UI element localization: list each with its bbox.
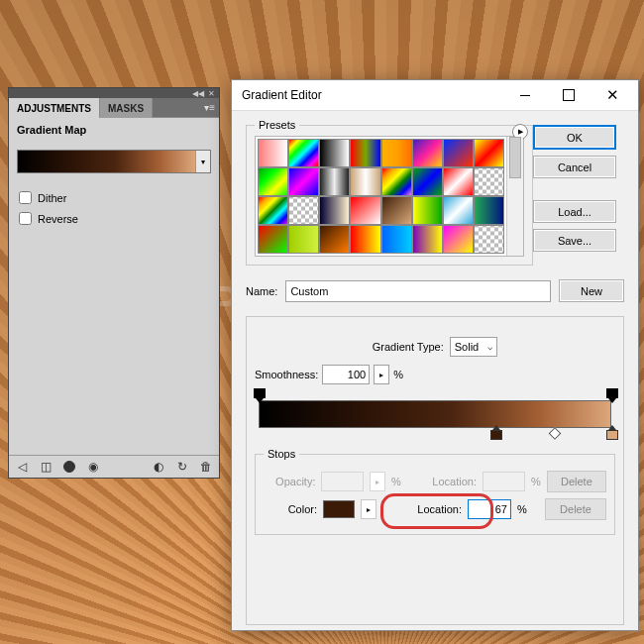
presets-scrollbar[interactable] bbox=[506, 137, 523, 256]
dither-input[interactable] bbox=[19, 191, 32, 204]
panel-header[interactable]: ◀◀ ✕ bbox=[9, 88, 219, 98]
preset-swatch[interactable] bbox=[258, 167, 288, 196]
preset-swatch[interactable] bbox=[258, 139, 288, 167]
reverse-checkbox[interactable]: Reverse bbox=[9, 208, 219, 229]
eye-icon[interactable]: ◉ bbox=[86, 460, 100, 474]
panel-tabs: ADJUSTMENTS MASKS ▾≡ bbox=[9, 98, 219, 118]
opacity-location-input bbox=[483, 472, 525, 491]
panel-footer: ◁ ◫ ◉ ◐ ↻ 🗑 bbox=[9, 455, 219, 478]
preset-swatch[interactable] bbox=[258, 225, 288, 254]
preset-swatch[interactable] bbox=[319, 225, 350, 254]
reverse-label: Reverse bbox=[38, 213, 78, 225]
preset-swatch[interactable] bbox=[381, 167, 412, 196]
preset-swatch[interactable] bbox=[412, 196, 443, 225]
gradient-type-label: Gradient Type: bbox=[373, 341, 444, 353]
preset-swatch[interactable] bbox=[443, 167, 474, 196]
titlebar[interactable]: Gradient Editor ✕ bbox=[232, 80, 638, 111]
preset-swatch[interactable] bbox=[381, 139, 412, 167]
close-button[interactable]: ✕ bbox=[590, 81, 634, 109]
new-button[interactable]: New bbox=[559, 279, 624, 302]
presets-fieldset: Presets ▶ bbox=[246, 125, 533, 266]
scrollbar-thumb[interactable] bbox=[509, 137, 521, 178]
smoothness-pct: % bbox=[393, 369, 403, 380]
save-button[interactable]: Save... bbox=[533, 229, 616, 252]
name-input[interactable] bbox=[285, 280, 551, 302]
circle-fill-icon[interactable] bbox=[62, 460, 76, 474]
preset-swatch[interactable] bbox=[350, 167, 380, 196]
opacity-stop-right[interactable] bbox=[606, 388, 616, 400]
load-button[interactable]: Load... bbox=[533, 200, 616, 223]
arrow-icon[interactable]: ◁ bbox=[15, 460, 29, 474]
minimize-button[interactable] bbox=[503, 81, 547, 109]
color-location-input[interactable] bbox=[468, 499, 511, 519]
prev-icon[interactable]: ◐ bbox=[152, 460, 165, 474]
preset-swatch[interactable] bbox=[288, 167, 319, 196]
reverse-input[interactable] bbox=[19, 212, 32, 225]
maximize-button[interactable] bbox=[547, 81, 590, 109]
color-stop-2[interactable] bbox=[606, 430, 616, 442]
smoothness-label: Smoothness: bbox=[255, 369, 318, 380]
preset-swatch[interactable] bbox=[288, 196, 319, 225]
preset-swatch[interactable] bbox=[350, 196, 380, 225]
cancel-button[interactable]: Cancel bbox=[533, 156, 616, 178]
preset-swatch[interactable] bbox=[288, 225, 319, 254]
color-swatch[interactable] bbox=[323, 500, 355, 518]
dither-checkbox[interactable]: Dither bbox=[9, 187, 219, 208]
dither-label: Dither bbox=[38, 192, 66, 204]
opacity-label: Opacity: bbox=[264, 476, 315, 487]
preset-swatch[interactable] bbox=[350, 225, 380, 254]
preset-swatch[interactable] bbox=[474, 139, 504, 167]
presets-legend: Presets bbox=[255, 119, 299, 131]
midpoint-diamond[interactable] bbox=[549, 427, 562, 440]
close-icon[interactable]: ✕ bbox=[208, 89, 215, 98]
preset-swatch[interactable] bbox=[381, 196, 412, 225]
preset-swatch[interactable] bbox=[288, 139, 319, 167]
gradient-bar[interactable] bbox=[259, 400, 611, 428]
color-stop-1[interactable] bbox=[490, 430, 500, 442]
smoothness-dropdown-icon[interactable]: ▸ bbox=[374, 365, 389, 384]
gradient-type-fieldset: Gradient Type: Solid Smoothness: ▸ % Sto… bbox=[246, 316, 624, 625]
tab-masks[interactable]: MASKS bbox=[100, 98, 153, 118]
preset-swatch[interactable] bbox=[412, 225, 443, 254]
preset-swatch[interactable] bbox=[412, 167, 443, 196]
ok-button[interactable]: OK bbox=[533, 125, 616, 150]
preset-swatch[interactable] bbox=[443, 225, 474, 254]
gradient-strip[interactable] bbox=[259, 400, 611, 428]
preset-swatch[interactable] bbox=[381, 225, 412, 254]
preset-swatch[interactable] bbox=[443, 139, 474, 167]
preset-swatch[interactable] bbox=[474, 167, 504, 196]
color-delete-button[interactable]: Delete bbox=[545, 498, 606, 520]
panel-body-spacer bbox=[9, 229, 219, 455]
preset-swatch[interactable] bbox=[258, 196, 288, 225]
smoothness-input[interactable] bbox=[322, 365, 370, 384]
preset-swatch[interactable] bbox=[412, 139, 443, 167]
color-dd-icon[interactable]: ▸ bbox=[361, 499, 376, 519]
gradient-type-select[interactable]: Solid bbox=[450, 337, 497, 357]
panel-subtitle: Gradient Map bbox=[9, 118, 219, 146]
preset-swatch[interactable] bbox=[319, 167, 350, 196]
dialog-body: Presets ▶ OK Cancel Load... Save... Name… bbox=[232, 111, 638, 631]
reset-icon[interactable]: ↻ bbox=[175, 460, 189, 474]
color-label: Color: bbox=[264, 503, 317, 515]
opacity-location-label: Location: bbox=[426, 476, 477, 487]
name-label: Name: bbox=[246, 285, 277, 297]
collapse-icon[interactable]: ◀◀ bbox=[192, 89, 204, 98]
gradient-map-picker[interactable]: ▾ bbox=[17, 150, 211, 173]
panel-menu[interactable]: ▾≡ bbox=[153, 98, 219, 118]
gradient-dropdown-icon[interactable]: ▾ bbox=[195, 151, 210, 172]
stops-fieldset: Stops Opacity: ▸ % Location: % Delete Co… bbox=[255, 454, 615, 535]
presets-box bbox=[255, 136, 524, 257]
opacity-pct: % bbox=[391, 476, 401, 487]
preset-swatch[interactable] bbox=[443, 196, 474, 225]
opacity-stop-left[interactable] bbox=[254, 388, 264, 400]
preset-swatch[interactable] bbox=[474, 196, 504, 225]
tab-adjustments[interactable]: ADJUSTMENTS bbox=[9, 98, 100, 118]
preset-swatch[interactable] bbox=[319, 196, 350, 225]
preset-swatch[interactable] bbox=[474, 225, 504, 254]
layers-icon[interactable]: ◫ bbox=[39, 460, 53, 474]
preset-swatch[interactable] bbox=[319, 139, 350, 167]
gradient-editor-dialog: Gradient Editor ✕ Presets ▶ OK Cancel bbox=[231, 79, 639, 631]
dialog-title: Gradient Editor bbox=[242, 88, 503, 102]
trash-icon[interactable]: 🗑 bbox=[199, 460, 213, 474]
preset-swatch[interactable] bbox=[350, 139, 380, 167]
